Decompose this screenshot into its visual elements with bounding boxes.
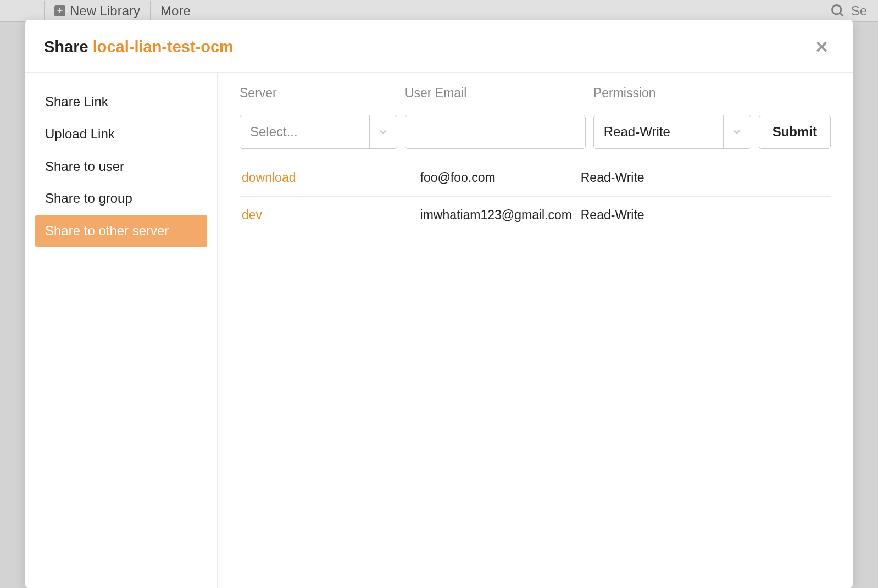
modal-title: Share local-lian-test-ocm (44, 38, 234, 56)
sidebar-item-share-to-group[interactable]: Share to group (35, 182, 207, 215)
form-col-server: Server Select... (240, 86, 397, 149)
table-row: download foo@foo.com Read-Write (240, 159, 831, 197)
close-icon[interactable]: ✕ (809, 35, 834, 59)
modal-title-name: local-lian-test-ocm (93, 38, 234, 56)
cell-server[interactable]: dev (240, 208, 420, 223)
share-sidebar: Share Link Upload Link Share to user Sha… (25, 73, 218, 588)
form-col-email: User Email (405, 86, 586, 149)
modal-title-prefix: Share (44, 38, 93, 56)
sidebar-item-label: Share to other server (45, 223, 169, 238)
cell-email: foo@foo.com (420, 170, 581, 185)
cell-email: imwhatiam123@gmail.com (420, 208, 581, 223)
form-col-submit: Submit (759, 86, 831, 149)
sidebar-item-share-link[interactable]: Share Link (35, 86, 207, 118)
chevron-down-icon (377, 126, 388, 137)
permission-select[interactable]: Read-Write (593, 115, 751, 149)
server-select-arrow (369, 115, 397, 148)
sidebar-item-share-to-user[interactable]: Share to user (35, 151, 207, 183)
sidebar-item-label: Share to user (45, 159, 124, 174)
sidebar-item-label: Share Link (45, 94, 108, 109)
server-select[interactable]: Select... (240, 115, 397, 149)
email-input[interactable] (405, 115, 586, 149)
sidebar-item-label: Upload Link (45, 126, 115, 141)
server-label: Server (240, 86, 397, 101)
submit-label: Submit (773, 124, 817, 139)
cell-permission: Read-Write (581, 208, 754, 223)
sidebar-item-share-to-other-server[interactable]: Share to other server (35, 215, 207, 247)
modal-body: Share Link Upload Link Share to user Sha… (25, 73, 853, 588)
share-content: Server Select... User Email (218, 73, 853, 588)
server-select-value: Select... (240, 124, 369, 140)
share-form-row: Server Select... User Email (240, 86, 831, 159)
email-label: User Email (405, 86, 586, 101)
submit-button[interactable]: Submit (759, 115, 831, 149)
cell-server[interactable]: download (240, 170, 420, 185)
sidebar-item-label: Share to group (45, 191, 132, 206)
permission-select-value: Read-Write (594, 124, 723, 140)
permission-label: Permission (593, 86, 751, 101)
sidebar-item-upload-link[interactable]: Upload Link (35, 118, 207, 151)
chevron-down-icon (731, 126, 742, 137)
table-row: dev imwhatiam123@gmail.com Read-Write (240, 197, 831, 234)
share-table: download foo@foo.com Read-Write dev imwh… (240, 159, 831, 234)
form-col-permission: Permission Read-Write (593, 86, 751, 149)
modal-header: Share local-lian-test-ocm ✕ (25, 20, 853, 73)
share-modal: Share local-lian-test-ocm ✕ Share Link U… (25, 20, 853, 588)
permission-select-arrow (723, 115, 751, 148)
cell-permission: Read-Write (581, 170, 754, 185)
